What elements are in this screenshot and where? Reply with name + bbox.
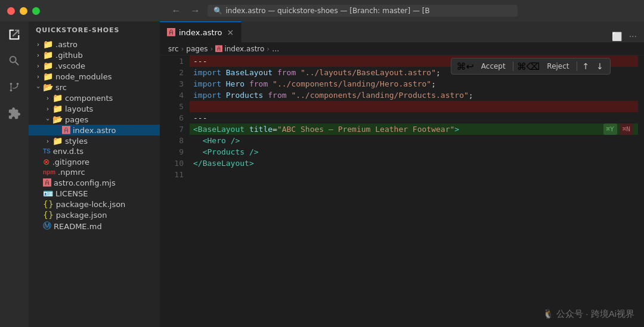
- folder-icon: 📁: [52, 104, 63, 113]
- line-numbers: 1 2 3 4 5 6 7 8 9 10 11: [160, 55, 190, 327]
- inline-diff-bar: ⌘↩ Accept ⌘⌫ Reject ↑ ↓: [451, 58, 611, 75]
- editor-area: 🅰 index.astro × ⬜ ··· src › pages › 🅰 in…: [160, 21, 644, 327]
- sidebar-item-label: .npmrc: [58, 168, 85, 177]
- split-editor-button[interactable]: ⬜: [609, 30, 624, 42]
- minimize-button[interactable]: [20, 7, 27, 15]
- tab-bar: 🅰 index.astro × ⬜ ···: [160, 21, 644, 42]
- json-lock-icon: {}: [43, 199, 54, 209]
- nav-down-button[interactable]: ↓: [595, 60, 605, 72]
- sidebar-item-label: styles: [65, 137, 88, 146]
- folder-icon: 📁: [43, 61, 53, 70]
- back-button[interactable]: ←: [169, 4, 184, 17]
- collapse-arrow: ›: [43, 138, 52, 144]
- collapse-arrow: ›: [33, 73, 43, 80]
- json-icon: {}: [43, 210, 54, 220]
- minimap: [638, 55, 644, 327]
- sidebar-item-label: node_modules: [55, 72, 112, 81]
- tab-bar-actions: ⬜ ···: [609, 30, 644, 42]
- code-line-3: import Hero from "../components/landing/…: [190, 78, 638, 90]
- title-text: index.astro — quickstore-shoes — [Branch…: [226, 7, 430, 15]
- search-icon[interactable]: [6, 53, 23, 69]
- sidebar-item-gitignore[interactable]: › ⊗ .gitignore: [29, 156, 160, 167]
- breadcrumb-sep: ›: [210, 45, 213, 53]
- code-editor[interactable]: --- import BaseLayout from "../layouts/B…: [190, 55, 638, 327]
- close-button[interactable]: [7, 7, 15, 15]
- sidebar-item-package-lock[interactable]: › {} package-lock.json: [29, 199, 160, 209]
- ts-file-icon: TS: [43, 148, 51, 155]
- breadcrumb-sep: ›: [267, 45, 270, 53]
- collapse-arrow: ›: [33, 52, 43, 58]
- folder-open-icon: 📂: [52, 115, 63, 124]
- sidebar-item-components[interactable]: › 📁 components: [29, 92, 160, 103]
- reject-label: Reject: [547, 62, 569, 70]
- breadcrumb-file[interactable]: index.astro: [224, 45, 264, 53]
- title-search-bar[interactable]: 🔍 index.astro — quickstore-shoes — [Bran…: [208, 5, 518, 17]
- extensions-icon[interactable]: [6, 105, 23, 122]
- reject-button[interactable]: Reject: [543, 61, 572, 72]
- sidebar-item-index-astro[interactable]: › 🅰 index.astro: [29, 125, 160, 135]
- sidebar-item-styles[interactable]: › 📁 styles: [29, 135, 160, 146]
- accept-kbd: ⌘↩: [456, 61, 473, 72]
- code-line-7: <BaseLayout title="ABC Shoes – Premium L…: [190, 124, 638, 135]
- breadcrumb-pages[interactable]: pages: [186, 45, 208, 53]
- astro-config-icon: 🅰: [43, 178, 51, 187]
- code-line-5: [190, 101, 638, 112]
- sidebar-item-label: .astro: [55, 40, 78, 49]
- sidebar-item-dotgithub[interactable]: › 📁 .github: [29, 50, 160, 60]
- sidebar-item-label: package-lock.json: [56, 200, 126, 209]
- folder-icon: 📁: [52, 93, 63, 103]
- reject-kbd: ⌘⌫: [517, 61, 540, 72]
- sidebar-item-label: astro.config.mjs: [54, 178, 116, 187]
- sidebar-item-pages[interactable]: › 📂 pages: [29, 114, 160, 125]
- sidebar-item-label: env.d.ts: [53, 147, 83, 156]
- window-controls: [7, 7, 40, 15]
- collapse-arrow: ›: [33, 41, 43, 48]
- accept-button[interactable]: Accept: [478, 61, 509, 72]
- sidebar-item-src[interactable]: › 📂 src: [29, 82, 160, 92]
- bar-separator: [577, 61, 577, 71]
- folder-icon: 📁: [43, 72, 53, 81]
- code-line-6: ---: [190, 112, 638, 124]
- svg-point-1: [17, 83, 19, 85]
- folder-icon: 📁: [52, 136, 63, 146]
- tab-label: index.astro: [179, 28, 222, 37]
- expand-arrow: ›: [45, 115, 51, 124]
- more-actions-button[interactable]: ···: [627, 30, 639, 42]
- folder-icon: 📁: [43, 50, 53, 60]
- breadcrumb-ellipsis[interactable]: …: [272, 45, 279, 53]
- git-file-icon: ⊗: [43, 157, 50, 166]
- folder-open-icon: 📂: [43, 82, 53, 92]
- explorer-icon[interactable]: [6, 26, 23, 43]
- sidebar-item-node-modules[interactable]: › 📁 node_modules: [29, 71, 160, 82]
- breadcrumb-astro-icon: 🅰: [215, 45, 222, 53]
- svg-point-2: [10, 83, 13, 85]
- sidebar-item-npmrc[interactable]: › npm .npmrc: [29, 167, 160, 177]
- breadcrumb: src › pages › 🅰 index.astro › …: [160, 42, 644, 55]
- astro-file-icon: 🅰: [62, 125, 70, 135]
- sidebar: QUICKSTORE-SHOES › 📁 .astro › 📁 .github …: [29, 21, 160, 327]
- tab-close-button[interactable]: ×: [227, 27, 234, 37]
- sidebar-item-label: README.md: [54, 222, 102, 231]
- sidebar-item-label: pages: [65, 115, 88, 124]
- nav-up-button[interactable]: ↑: [581, 60, 592, 72]
- sidebar-item-layouts[interactable]: › 📁 layouts: [29, 103, 160, 114]
- md-icon: Ⓜ: [43, 221, 51, 232]
- editor-content: ⌘↩ Accept ⌘⌫ Reject ↑ ↓ 1 2 3 4 5: [160, 55, 644, 327]
- tab-index-astro[interactable]: 🅰 index.astro ×: [160, 21, 242, 42]
- sidebar-item-env-dts[interactable]: › TS env.d.ts: [29, 146, 160, 156]
- source-control-icon[interactable]: [6, 79, 23, 95]
- sidebar-item-license[interactable]: › 🪪 LICENSE: [29, 188, 160, 199]
- sidebar-item-label: src: [55, 83, 67, 92]
- sidebar-item-dotvscode[interactable]: › 📁 .vscode: [29, 60, 160, 71]
- breadcrumb-src[interactable]: src: [168, 45, 179, 53]
- sidebar-item-astro-config[interactable]: › 🅰 astro.config.mjs: [29, 177, 160, 188]
- forward-button[interactable]: →: [188, 4, 203, 17]
- sidebar-item-readme[interactable]: › Ⓜ README.md: [29, 220, 160, 232]
- maximize-button[interactable]: [32, 7, 40, 15]
- sidebar-item-label: .gitignore: [52, 158, 89, 166]
- sidebar-item-label: .github: [55, 51, 83, 60]
- title-bar: ← → 🔍 index.astro — quickstore-shoes — […: [0, 0, 644, 21]
- folder-icon: 📁: [43, 39, 53, 49]
- sidebar-item-package-json[interactable]: › {} package.json: [29, 209, 160, 220]
- sidebar-item-dotastro[interactable]: › 📁 .astro: [29, 39, 160, 50]
